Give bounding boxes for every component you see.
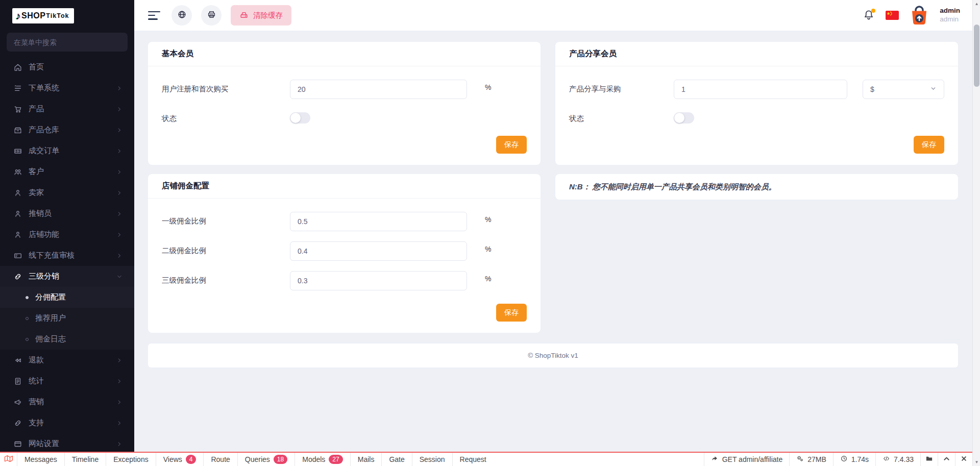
sidebar-toggle-icon[interactable]: [148, 11, 160, 20]
debug-tab-timeline[interactable]: Timeline: [65, 453, 106, 466]
sidebar-subitem-commission-log[interactable]: 佣金日志: [0, 329, 134, 350]
sidebar-item-shop-features[interactable]: 店铺功能: [0, 224, 134, 245]
sidebar-item-site-settings[interactable]: 网站设置: [0, 433, 134, 454]
sidebar-item-product-warehouse[interactable]: 产品仓库: [0, 119, 134, 140]
sidebar-item-order-system[interactable]: 下单系统: [0, 78, 134, 99]
debug-php-version: 7.4.33: [875, 453, 920, 466]
field-label: 二级佣金比例: [162, 241, 290, 256]
debug-tab-request[interactable]: Request: [453, 453, 494, 466]
percent-unit: %: [485, 80, 491, 91]
chevron-right-icon: [116, 399, 123, 406]
percent-unit: %: [485, 271, 491, 283]
debug-tab-messages[interactable]: Messages: [17, 453, 65, 466]
save-button[interactable]: 保存: [496, 136, 527, 154]
chevron-right-icon: [116, 378, 123, 385]
sidebar-item-promoters[interactable]: 推销员: [0, 203, 134, 224]
sidebar-item-products[interactable]: 产品: [0, 99, 134, 119]
models-badge: 27: [329, 455, 342, 463]
debug-close-button[interactable]: [955, 453, 972, 466]
status-toggle[interactable]: [674, 112, 694, 124]
sidebar-item-sellers[interactable]: 卖家: [0, 182, 134, 203]
warehouse-icon: [13, 125, 23, 135]
sidebar-item-refunds[interactable]: 退款: [0, 350, 134, 371]
chevron-right-icon: [116, 210, 123, 217]
field-label: 一级佣金比例: [162, 212, 290, 226]
debug-request-route[interactable]: GET admin/affiliate: [704, 453, 790, 466]
debug-tab-mails[interactable]: Mails: [351, 453, 382, 466]
chevron-right-icon: [116, 440, 123, 448]
level1-commission-input[interactable]: [290, 212, 467, 231]
chevron-right-icon: [116, 231, 123, 238]
notifications-button[interactable]: [863, 9, 876, 22]
scroll-up-arrow[interactable]: ▲: [973, 0, 980, 8]
sidebar-item-support[interactable]: 支持: [0, 412, 134, 433]
order-list-icon: [13, 83, 23, 93]
print-button[interactable]: [201, 5, 222, 26]
field-label: 三级佣金比例: [162, 271, 290, 285]
status-label: 状态: [162, 109, 290, 124]
debug-tab-queries[interactable]: Queries18: [238, 453, 295, 466]
chevron-up-icon: [943, 455, 950, 464]
debug-tab-gate[interactable]: Gate: [382, 453, 412, 466]
code-icon: [883, 455, 890, 464]
product-share-input[interactable]: [674, 80, 847, 99]
percent-unit: %: [485, 241, 491, 253]
brand-logo[interactable]: ♪ SHOP TikTok: [0, 0, 134, 23]
card-shop-commission: 店铺佣金配置 一级佣金比例 % 二级佣金比例 % 三级佣金比例 %: [148, 174, 541, 333]
customers-icon: [13, 167, 23, 177]
sidebar-subitem-referred-users[interactable]: 推荐用户: [0, 308, 134, 329]
page-scrollbar[interactable]: ▲ ▼: [972, 0, 980, 466]
sidebar-subitem-commission-config[interactable]: 分佣配置: [0, 287, 134, 308]
sidebar: ♪ SHOP TikTok 首页 下单系统 产品 产品仓库: [0, 0, 134, 466]
language-globe-button[interactable]: [172, 5, 192, 26]
sidebar-section-affiliate: 三级分销 分佣配置 推荐用户 佣金日志: [0, 266, 134, 350]
sidebar-item-marketing[interactable]: 营销: [0, 391, 134, 412]
chevron-right-icon: [116, 189, 123, 197]
file-icon: [13, 376, 23, 386]
debug-memory: 27MB: [789, 453, 833, 466]
home-icon: [13, 62, 23, 72]
level3-commission-input[interactable]: [290, 271, 467, 290]
printer-icon: [207, 10, 216, 21]
card-title: 产品分享会员: [569, 48, 617, 59]
scroll-down-arrow[interactable]: ▼: [973, 458, 980, 466]
sidebar-item-customers[interactable]: 客户: [0, 161, 134, 182]
debug-tab-exceptions[interactable]: Exceptions: [106, 453, 156, 466]
debug-tab-models[interactable]: Models27: [295, 453, 351, 466]
chevron-right-icon: [116, 106, 123, 113]
sidebar-item-offline-recharge-review[interactable]: 线下充值审核: [0, 245, 134, 266]
note-text: N:B： 您不能同时启用单一产品共享会员和类别明智的会员。: [569, 182, 776, 192]
card-basic-member: 基本会员 用户注册和首次购买 % 状态 保存: [148, 42, 541, 165]
globe-icon: [177, 10, 187, 21]
sidebar-item-completed-orders[interactable]: 成交订单: [0, 140, 134, 161]
registration-purchase-input[interactable]: [290, 80, 467, 99]
save-button[interactable]: 保存: [496, 304, 527, 322]
chevron-right-icon: [116, 127, 123, 134]
scrollbar-thumb[interactable]: [974, 24, 979, 87]
order-receipt-icon: [13, 146, 23, 156]
debug-tab-session[interactable]: Session: [412, 453, 453, 466]
chevron-right-icon: [116, 357, 123, 364]
debug-minimize-button[interactable]: [938, 453, 955, 466]
user-icon: [13, 209, 23, 219]
laravel-logo-icon[interactable]: [0, 453, 17, 466]
china-flag-icon[interactable]: [886, 11, 899, 20]
user-avatar[interactable]: [909, 4, 930, 27]
clear-cache-button[interactable]: 清除缓存: [231, 5, 291, 26]
bell-icon: [863, 14, 875, 22]
copyright-text: © ShopTiktok v1: [528, 352, 578, 359]
level2-commission-input[interactable]: [290, 241, 467, 261]
sidebar-item-statistics[interactable]: 统计: [0, 371, 134, 391]
save-button[interactable]: 保存: [914, 136, 944, 154]
sidebar-item-home[interactable]: 首页: [0, 57, 134, 78]
status-toggle[interactable]: [290, 112, 310, 124]
debug-open-folder-button[interactable]: [920, 453, 938, 466]
currency-select[interactable]: $: [863, 80, 944, 99]
sidebar-item-three-level-distribution[interactable]: 三级分销: [0, 266, 134, 287]
menu-search-input[interactable]: [7, 33, 128, 52]
status-label: 状态: [569, 109, 674, 124]
debug-tab-route[interactable]: Route: [204, 453, 237, 466]
field-label: 用户注册和首次购买: [162, 80, 290, 94]
user-menu[interactable]: admin admin: [940, 7, 960, 24]
debug-tab-views[interactable]: Views4: [156, 453, 204, 466]
